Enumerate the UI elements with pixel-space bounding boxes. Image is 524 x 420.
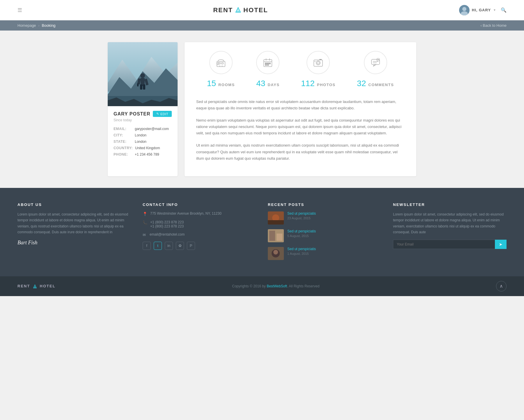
newsletter-email-input[interactable] [393,240,495,249]
phone-icon: 📞 [143,220,147,225]
recent-post-thumb-1 [268,211,284,225]
photos-icon-circle [307,51,330,74]
recent-post-title-2[interactable]: Sed ut perspiciatis [287,229,316,233]
user-menu[interactable]: HI, GARY ▼ [459,5,496,15]
svg-rect-46 [268,220,284,225]
contact-address-item: 📍 775 Westminster Avenue Brooklyn, NY, 1… [143,211,256,216]
menu-icon[interactable]: ☰ [17,7,22,13]
comments-number: 32 [357,79,366,88]
recent-post-title-1[interactable]: Sed ut perspiciatis [287,211,316,216]
photos-number: 112 [301,79,315,88]
days-number: 43 [256,79,265,88]
recent-post-info-3: Sed ut perspiciatis 1 August, 2015 [287,247,316,255]
breadcrumb-current: Booking [42,23,56,28]
rooms-stat-row: 15 ROOMS [207,79,235,88]
footer-about: ABOUT US Lorem ipsum dolor sit amet, con… [17,202,131,265]
contact-address: 775 Westminster Avenue Brooklyn, NY, 112… [150,211,222,216]
facebook-icon[interactable]: f [143,242,151,250]
breadcrumb-bar: Homepage › Booking Back to Home [0,20,524,31]
footer-bottom: RENT HOTEL Copyrights © 2016 by BestWebS… [0,276,524,296]
vine-icon[interactable]: ✿ [176,242,184,250]
newsletter-submit-button[interactable]: ➤ [495,240,507,249]
linkedin-icon[interactable]: in [165,242,173,250]
city-value: London [135,133,146,137]
svg-rect-31 [267,65,269,65]
svg-point-4 [461,11,468,15]
days-stat-row: 43 DAYS [256,79,279,88]
search-icon[interactable]: 🔍 [501,7,507,13]
breadcrumb-separator: › [38,24,40,28]
rooms-label: ROOMS [218,83,235,87]
stat-rooms: 15 ROOMS [207,51,235,88]
svg-point-52 [273,250,278,255]
svg-rect-11 [140,84,142,90]
panel-text-3: Ut enim ad minima veniam, quis nostrum e… [196,142,405,161]
pinterest-icon[interactable]: P [187,242,195,250]
footer-contact: CONTACT INFO 📍 775 Westminster Avenue Br… [143,202,256,265]
email-icon: ✉ [143,233,147,237]
footer-bottom-copy: Copyrights © 2016 by BestWebSoft. All Ri… [232,284,319,288]
recent-post-date-2: 5 August, 2015 [287,234,316,238]
about-text: Lorem ipsum dolor sit amet, consectetur … [17,211,131,235]
panel-text-2: Nemo enim ipsam voluptatem quia voluptas… [196,117,405,136]
recent-post-title-3[interactable]: Sed ut perspiciatis [287,247,316,251]
back-to-home-link[interactable]: Back to Home [480,23,507,28]
newsletter-form: ➤ [393,240,507,249]
days-label: DAYS [268,83,279,87]
recent-post-info-2: Sed ut perspiciatis 5 August, 2015 [287,229,316,238]
rooms-icon-circle [209,51,233,74]
photos-stat-row: 112 PHOTOS [301,79,335,88]
svg-rect-37 [371,59,380,65]
recent-post-3: Sed ut perspiciatis 1 August, 2015 [268,247,381,260]
main-content: GARY POSTER EDIT Since today EMAIL: gary… [102,42,422,176]
footer-bottom-link[interactable]: BestWebSoft [267,284,287,288]
social-icons: f t in ✿ P [143,242,256,250]
svg-rect-35 [319,59,322,60]
footer-newsletter: NEWSLETTER Lorem ipsum dolor sit amet, c… [393,202,507,265]
state-value: London [135,140,146,144]
profile-name-row: GARY POSTER EDIT [114,111,172,117]
footer-signature: Bart Fish [17,240,131,246]
svg-rect-49 [277,234,282,241]
twitter-icon[interactable]: t [154,242,162,250]
edit-button[interactable]: EDIT [153,111,172,117]
profile-since: Since today [114,118,172,122]
svg-point-36 [315,61,316,62]
svg-rect-27 [265,63,267,64]
contact-phones: +1 (800) 223 878 223 +1 (800) 223 878 22… [150,220,184,228]
recent-post-thumb-3 [268,247,284,260]
country-label: COUNTRY: [114,146,133,150]
breadcrumb: Homepage › Booking [17,23,56,28]
svg-marker-40 [373,65,376,66]
footer-recent-posts: RECENT POSTS Sed ut perspiciatis 23 Augu… [268,202,381,265]
recent-post-date-1: 23 August, 2015 [287,216,316,220]
footer: ABOUT US Lorem ipsum dolor sit amet, con… [0,188,524,276]
country-value: United Kingdom [135,146,160,150]
comments-icon-circle [364,51,387,74]
stat-comments: 32 COMMENTS [357,51,394,88]
recent-title: RECENT POSTS [268,202,381,207]
stats-row: 15 ROOMS [196,51,405,88]
footer-grid: ABOUT US Lorem ipsum dolor sit amet, con… [17,202,507,276]
panel-text-1: Sed ut perspiciatis unde omnis iste natu… [196,99,405,111]
breadcrumb-home[interactable]: Homepage [17,23,36,28]
svg-rect-15 [137,83,139,86]
profile-email-row: EMAIL: garyposter@mail.com [114,127,172,131]
profile-state-row: STATE: London [114,140,172,144]
about-title: ABOUT US [17,202,131,207]
user-greeting: HI, GARY [472,8,491,12]
recent-post-thumb-2 [268,229,284,242]
profile-info: GARY POSTER EDIT Since today EMAIL: gary… [108,106,178,163]
recent-post-date-3: 1 August, 2015 [287,252,316,255]
footer-bottom-logo: RENT HOTEL [17,284,56,289]
logo-text-before: RENT [213,6,233,14]
profile-city-row: CITY: London [114,133,172,137]
svg-point-34 [317,62,319,64]
comments-stat-row: 32 COMMENTS [357,79,394,88]
scroll-top-button[interactable]: ∧ [496,281,507,291]
comments-label: COMMENTS [368,83,394,87]
contact-title: CONTACT INFO [143,202,256,207]
logo-mountain-icon [234,7,242,13]
phone-value: +1 234 456 789 [135,152,159,156]
stat-days: 43 DAYS [256,51,279,88]
